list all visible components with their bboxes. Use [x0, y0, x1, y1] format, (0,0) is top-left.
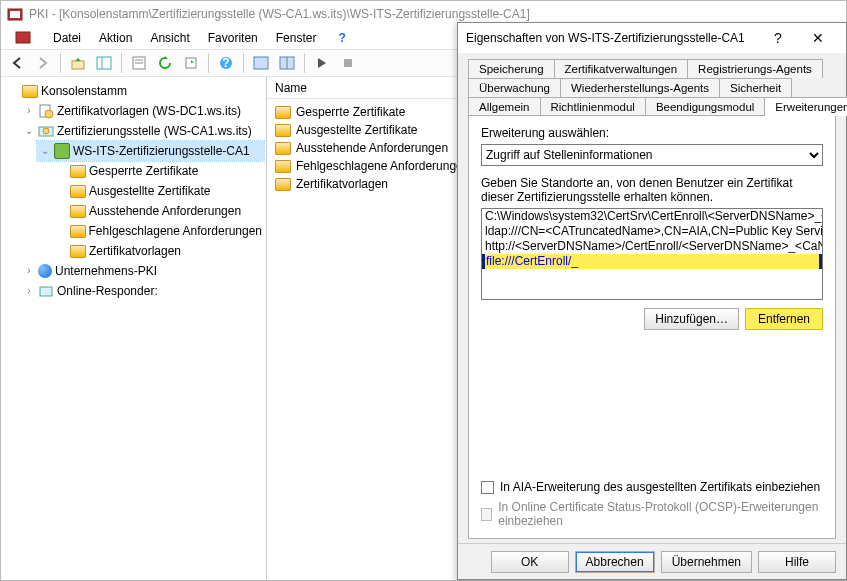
extension-select-label: Erweiterung auswählen: [481, 126, 823, 140]
menu-help[interactable]: ? [330, 29, 353, 47]
folder-icon [70, 165, 86, 178]
help-button[interactable]: ? [214, 52, 238, 74]
tree-root[interactable]: Konsolenstamm [5, 81, 264, 101]
tab-registrierungs-agents[interactable]: Registrierungs-Agents [687, 59, 823, 78]
view2-icon[interactable] [275, 52, 299, 74]
play-icon[interactable] [310, 52, 334, 74]
forward-button[interactable] [31, 52, 55, 74]
back-button[interactable] [5, 52, 29, 74]
folder-icon [275, 106, 291, 119]
locations-label: Geben Sie Standorte an, von denen Benutz… [481, 176, 823, 204]
dialog-button-row: OK Abbrechen Übernehmen Hilfe [458, 543, 846, 579]
locations-listbox[interactable]: C:\Windows\system32\CertSrv\CertEnroll\<… [481, 208, 823, 300]
menu-view[interactable]: Ansicht [142, 29, 197, 47]
folder-icon [275, 142, 291, 155]
tree-enterprise-pki[interactable]: ›Unternehmens-PKI [21, 261, 264, 281]
svg-point-17 [45, 110, 53, 118]
responder-icon [38, 283, 54, 299]
svg-rect-12 [254, 57, 268, 69]
cancel-button[interactable]: Abbrechen [575, 551, 655, 573]
tree-revoked[interactable]: Gesperrte Zertifikate [53, 161, 264, 181]
tree-ca-root[interactable]: ⌄Zertifizierungsstelle (WS-CA1.ws.its) [21, 121, 264, 141]
folder-icon [275, 124, 291, 137]
aia-checkbox-label: In AIA-Erweiterung des ausgestellten Zer… [500, 480, 820, 494]
tree-failed[interactable]: Fehlgeschlagene Anforderungen [53, 221, 264, 241]
menu-favorites[interactable]: Favoriten [200, 29, 266, 47]
up-button[interactable] [66, 52, 90, 74]
app-icon [7, 6, 23, 22]
folder-icon [70, 205, 86, 218]
location-entry[interactable]: ldap:///CN=<CATruncatedName>,CN=AIA,CN=P… [482, 224, 822, 239]
tab-beendigungsmodul[interactable]: Beendigungsmodul [645, 97, 765, 116]
tree-ca-instance[interactable]: ⌄WS-ITS-Zertifizierungsstelle-CA1 [37, 141, 264, 161]
tab--berwachung[interactable]: Überwachung [468, 78, 561, 97]
folder-open-icon [22, 85, 38, 98]
folder-icon [70, 225, 86, 238]
ocsp-checkbox-row: In Online Certificate Status-Protokoll (… [481, 500, 823, 528]
location-entry[interactable]: file:///CertEnroll/_ [482, 254, 822, 269]
tree-templates[interactable]: ›Zertifikatvorlagen (WS-DC1.ws.its) [21, 101, 264, 121]
svg-rect-3 [72, 61, 84, 69]
tab-erweiterungen[interactable]: Erweiterungen [764, 97, 847, 116]
location-entry[interactable]: C:\Windows\system32\CertSrv\CertEnroll\<… [482, 209, 822, 224]
tab-speicherung[interactable]: Speicherung [468, 59, 555, 78]
context-help-button[interactable]: ? [758, 24, 798, 52]
tab-sicherheit[interactable]: Sicherheit [719, 78, 792, 97]
menu-file[interactable]: Datei [45, 29, 89, 47]
doc-app-icon [7, 27, 39, 50]
aia-checkbox[interactable] [481, 481, 494, 494]
export-icon[interactable] [179, 52, 203, 74]
svg-rect-20 [40, 287, 52, 296]
globe-icon [38, 264, 52, 278]
properties-dialog: Eigenschaften von WS-ITS-Zertifizierungs… [457, 22, 847, 580]
window-title: PKI - [Konsolenstamm\Zertifizierungsstel… [29, 7, 530, 21]
tab-wiederherstellungs-agents[interactable]: Wiederherstellungs-Agents [560, 78, 720, 97]
tab-allgemein[interactable]: Allgemein [468, 97, 541, 116]
tree-cert-templates[interactable]: Zertifikatvorlagen [53, 241, 264, 261]
tab-richtlinienmodul[interactable]: Richtlinienmodul [540, 97, 646, 116]
folder-icon [70, 185, 86, 198]
dialog-title: Eigenschaften von WS-ITS-Zertifizierungs… [466, 31, 758, 45]
folder-icon [275, 160, 291, 173]
tree-pane[interactable]: Konsolenstamm ›Zertifikatvorlagen (WS-DC… [1, 77, 267, 580]
aia-checkbox-row[interactable]: In AIA-Erweiterung des ausgestellten Zer… [481, 480, 823, 494]
help-button[interactable]: Hilfe [758, 551, 836, 573]
ca-icon [54, 143, 70, 159]
add-location-button[interactable]: Hinzufügen… [644, 308, 739, 330]
dialog-title-bar[interactable]: Eigenschaften von WS-ITS-Zertifizierungs… [458, 23, 846, 53]
ca-root-icon [38, 123, 54, 139]
col-name[interactable]: Name [275, 79, 315, 97]
apply-button[interactable]: Übernehmen [661, 551, 752, 573]
remove-location-button[interactable]: Entfernen [745, 308, 823, 330]
show-hide-button[interactable] [92, 52, 116, 74]
svg-text:?: ? [222, 56, 229, 70]
properties-icon[interactable] [127, 52, 151, 74]
svg-rect-1 [10, 11, 20, 18]
svg-rect-4 [97, 57, 111, 69]
folder-icon [70, 245, 86, 258]
location-entry[interactable]: http://<ServerDNSName>/CertEnroll/<Serve… [482, 239, 822, 254]
svg-rect-2 [16, 32, 30, 43]
svg-rect-15 [344, 59, 352, 67]
folder-icon [275, 178, 291, 191]
tree-pending[interactable]: Ausstehende Anforderungen [53, 201, 264, 221]
svg-point-19 [43, 128, 49, 134]
ok-button[interactable]: OK [491, 551, 569, 573]
ocsp-checkbox-label: In Online Certificate Status-Protokoll (… [498, 500, 823, 528]
menu-window[interactable]: Fenster [268, 29, 325, 47]
close-button[interactable]: ✕ [798, 24, 838, 52]
tree-online-responder[interactable]: ›Online-Responder: [21, 281, 264, 301]
ocsp-checkbox [481, 508, 492, 521]
stop-icon[interactable] [336, 52, 360, 74]
menu-action[interactable]: Aktion [91, 29, 140, 47]
tree-issued[interactable]: Ausgestellte Zertifikate [53, 181, 264, 201]
tab-panel-extensions: Erweiterung auswählen: Zugriff auf Stell… [468, 115, 836, 539]
refresh-icon[interactable] [153, 52, 177, 74]
extension-select[interactable]: Zugriff auf Stelleninformationen [481, 144, 823, 166]
cert-template-icon [38, 103, 54, 119]
tab-zertifikatverwaltungen[interactable]: Zertifikatverwaltungen [554, 59, 689, 78]
view1-icon[interactable] [249, 52, 273, 74]
